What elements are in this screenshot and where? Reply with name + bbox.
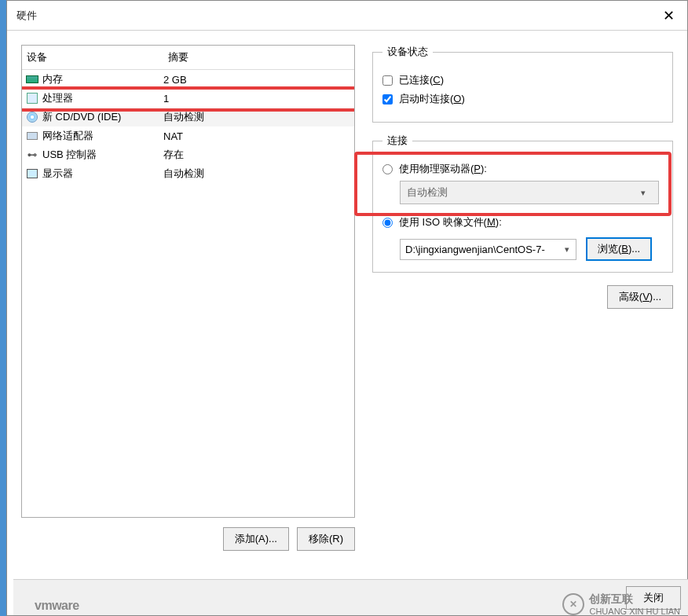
close-icon[interactable]: ✕ bbox=[650, 1, 687, 31]
connect-on-power-label: 启动时连接(O) bbox=[399, 92, 465, 106]
device-name: 新 CD/DVD (IDE) bbox=[42, 110, 121, 124]
connect-on-power-checkbox[interactable] bbox=[382, 94, 393, 104]
iso-path-input[interactable] bbox=[401, 240, 558, 259]
device-name: 显示器 bbox=[42, 167, 73, 181]
physical-drive-label: 使用物理驱动器(P): bbox=[399, 162, 487, 176]
device-summary: 存在 bbox=[163, 148, 351, 162]
device-summary: NAT bbox=[163, 130, 351, 142]
connected-checkbox[interactable] bbox=[382, 75, 393, 86]
usb-icon: ⊷ bbox=[25, 148, 39, 161]
physical-drive-value: 自动检测 bbox=[407, 185, 448, 200]
connect-on-power-row[interactable]: 启动时连接(O) bbox=[382, 92, 663, 106]
cpu-icon bbox=[25, 92, 39, 104]
device-row[interactable]: 内存2 GB bbox=[22, 70, 354, 89]
remove-button[interactable]: 移除(R) bbox=[297, 527, 355, 551]
device-row[interactable]: 处理器1 bbox=[22, 89, 354, 108]
device-row[interactable]: 显示器自动检测 bbox=[22, 164, 354, 183]
watermark-text: 创新互联 bbox=[589, 592, 680, 607]
device-pane: 设备 摘要 内存2 GB处理器1新 CD/DVD (IDE)自动检测网络适配器N… bbox=[21, 45, 355, 551]
hardware-dialog: 硬件 ✕ 设备 摘要 内存2 GB处理器1新 CD/DVD (IDE)自动检测网… bbox=[6, 0, 688, 616]
mon-icon bbox=[25, 167, 39, 180]
title-bar: 硬件 ✕ bbox=[7, 1, 687, 31]
device-name: 内存 bbox=[42, 72, 63, 86]
column-device[interactable]: 设备 bbox=[22, 46, 163, 69]
advanced-button[interactable]: 高级(V)... bbox=[607, 285, 673, 309]
device-summary: 2 GB bbox=[163, 74, 351, 86]
iso-file-radio[interactable] bbox=[382, 218, 393, 228]
device-row[interactable]: ⊷USB 控制器存在 bbox=[22, 145, 354, 164]
browse-button[interactable]: 浏览(B)... bbox=[586, 237, 652, 261]
physical-drive-row[interactable]: 使用物理驱动器(P): bbox=[382, 162, 663, 176]
watermark-icon: ✕ bbox=[562, 593, 584, 615]
iso-path-combo[interactable]: ▾ bbox=[400, 239, 576, 260]
status-legend: 设备状态 bbox=[382, 45, 433, 59]
device-summary: 1 bbox=[163, 93, 351, 104]
settings-pane: 设备状态 已连接(C) 启动时连接(O) 连接 使用物理驱动器(P): bbox=[355, 45, 673, 551]
list-header: 设备 摘要 bbox=[22, 46, 354, 70]
device-summary: 自动检测 bbox=[163, 167, 351, 181]
mem-icon bbox=[25, 73, 39, 86]
connected-checkbox-row[interactable]: 已连接(C) bbox=[382, 73, 663, 87]
connected-label: 已连接(C) bbox=[399, 73, 444, 87]
connection-group: 连接 使用物理驱动器(P): 自动检测 ▾ 使用 ISO 映像文件(M): bbox=[372, 134, 673, 273]
device-name: 网络适配器 bbox=[42, 129, 93, 143]
device-status-group: 设备状态 已连接(C) 启动时连接(O) bbox=[372, 45, 673, 123]
vmware-logo: vmware bbox=[35, 599, 79, 613]
device-name: 处理器 bbox=[42, 91, 73, 105]
column-summary[interactable]: 摘要 bbox=[163, 46, 354, 69]
device-summary: 自动检测 bbox=[163, 110, 351, 124]
iso-file-row[interactable]: 使用 ISO 映像文件(M): bbox=[382, 215, 663, 229]
device-name: USB 控制器 bbox=[42, 148, 97, 162]
dialog-title: 硬件 bbox=[16, 9, 650, 23]
device-row[interactable]: 新 CD/DVD (IDE)自动检测 bbox=[22, 108, 354, 126]
watermark-subtext: CHUANG XIN HU LIAN bbox=[589, 607, 680, 616]
iso-file-label: 使用 ISO 映像文件(M): bbox=[399, 215, 502, 229]
connection-legend: 连接 bbox=[382, 134, 412, 148]
physical-drive-combo[interactable]: 自动检测 ▾ bbox=[400, 181, 659, 204]
chevron-down-icon[interactable]: ▾ bbox=[558, 244, 576, 255]
chevron-down-icon: ▾ bbox=[635, 188, 652, 198]
add-button[interactable]: 添加(A)... bbox=[223, 527, 289, 551]
device-row[interactable]: 网络适配器NAT bbox=[22, 126, 354, 145]
cd-icon bbox=[25, 111, 39, 123]
physical-drive-radio[interactable] bbox=[382, 164, 393, 174]
watermark: ✕ 创新互联 CHUANG XIN HU LIAN bbox=[562, 592, 680, 616]
net-icon bbox=[25, 130, 39, 142]
device-list: 设备 摘要 内存2 GB处理器1新 CD/DVD (IDE)自动检测网络适配器N… bbox=[21, 45, 355, 518]
